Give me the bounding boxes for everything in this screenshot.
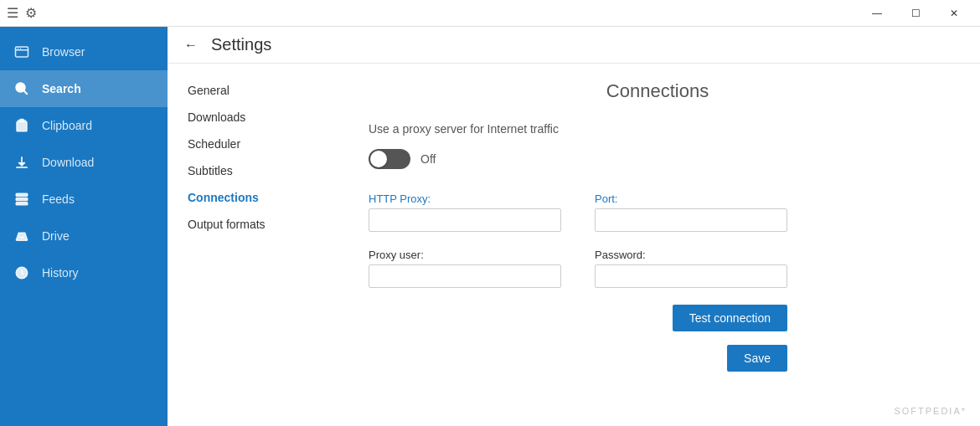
panel-title: Connections	[369, 80, 946, 102]
port-input[interactable]	[595, 208, 787, 232]
title-bar: ☰ ⚙ — ☐ ✕	[0, 0, 980, 27]
maximize-button[interactable]: ☐	[896, 0, 935, 27]
title-bar-left: ☰ ⚙	[7, 5, 37, 21]
sidebar-item-feeds-label: Feeds	[42, 192, 75, 206]
toggle-state-label: Off	[420, 152, 436, 166]
password-input[interactable]	[595, 264, 787, 288]
sidebar-item-download-label: Download	[42, 156, 94, 169]
settings-nav-subtitles[interactable]: Subtitles	[168, 157, 335, 184]
settings-nav-downloads[interactable]: Downloads	[168, 104, 335, 131]
proxy-form: HTTP Proxy: Port: Proxy user: Password:	[369, 192, 787, 288]
sidebar-item-download[interactable]: Download	[0, 144, 168, 181]
feeds-icon	[13, 191, 30, 208]
sidebar-item-search-label: Search	[42, 82, 81, 95]
test-connection-row: Test connection	[369, 305, 787, 331]
sidebar: Browser Search Clipboard Download Feeds	[0, 27, 168, 426]
save-row: Save	[369, 345, 787, 372]
clipboard-icon	[13, 117, 30, 134]
search-icon	[13, 80, 30, 97]
svg-point-4	[16, 83, 25, 92]
settings-header: ← Settings	[168, 27, 980, 64]
http-proxy-field: HTTP Proxy:	[369, 192, 561, 232]
minimize-button[interactable]: —	[858, 0, 896, 27]
sidebar-item-drive[interactable]: Drive	[0, 218, 168, 254]
svg-rect-0	[16, 47, 28, 57]
proxy-toggle[interactable]	[369, 149, 410, 169]
settings-nav: General Downloads Scheduler Subtitles Co…	[168, 64, 335, 426]
password-field: Password:	[595, 249, 787, 288]
save-button[interactable]: Save	[727, 345, 787, 372]
svg-point-2	[18, 48, 19, 49]
settings-nav-output-formats[interactable]: Output formats	[168, 211, 335, 238]
settings-title: Settings	[211, 35, 271, 54]
sidebar-item-feeds[interactable]: Feeds	[0, 181, 168, 218]
sidebar-item-browser-label: Browser	[42, 45, 85, 59]
port-field: Port:	[595, 192, 787, 232]
svg-rect-8	[16, 193, 28, 196]
settings-nav-general[interactable]: General	[168, 77, 335, 104]
hamburger-icon[interactable]: ☰	[7, 5, 18, 21]
settings-nav-connections[interactable]: Connections	[168, 184, 335, 211]
content-area: ← Settings General Downloads Scheduler S…	[168, 27, 980, 426]
close-button[interactable]: ✕	[935, 0, 973, 27]
http-proxy-input[interactable]	[369, 208, 561, 232]
drive-icon	[13, 228, 30, 244]
proxy-description: Use a proxy server for Internet traffic	[369, 122, 946, 136]
password-label: Password:	[595, 249, 787, 261]
proxy-user-input[interactable]	[369, 264, 561, 288]
download-icon	[13, 154, 30, 171]
sidebar-item-drive-label: Drive	[42, 229, 70, 243]
sidebar-item-search[interactable]: Search	[0, 70, 168, 107]
proxy-user-field: Proxy user:	[369, 249, 561, 288]
sidebar-item-clipboard-label: Clipboard	[42, 119, 92, 132]
browser-icon	[13, 44, 30, 60]
settings-body: General Downloads Scheduler Subtitles Co…	[168, 64, 980, 426]
test-connection-button[interactable]: Test connection	[673, 305, 787, 331]
settings-nav-scheduler[interactable]: Scheduler	[168, 131, 335, 157]
port-label: Port:	[595, 192, 787, 205]
proxy-toggle-row: Off	[369, 149, 946, 169]
app-body: Browser Search Clipboard Download Feeds	[0, 27, 980, 426]
history-icon	[13, 264, 30, 281]
settings-panel: Connections Use a proxy server for Inter…	[335, 64, 980, 426]
svg-point-3	[20, 48, 22, 49]
gear-icon[interactable]: ⚙	[25, 5, 37, 21]
http-proxy-label: HTTP Proxy:	[369, 192, 561, 205]
svg-rect-10	[16, 203, 28, 205]
sidebar-item-browser[interactable]: Browser	[0, 33, 168, 70]
back-button[interactable]: ←	[184, 38, 198, 53]
sidebar-item-history[interactable]: History	[0, 254, 168, 291]
watermark: SOFTPEDIA*	[894, 406, 967, 416]
toggle-thumb	[370, 151, 387, 167]
sidebar-item-clipboard[interactable]: Clipboard	[0, 107, 168, 144]
svg-rect-9	[16, 198, 28, 201]
title-bar-controls: — ☐ ✕	[858, 0, 973, 27]
svg-line-5	[23, 90, 28, 95]
sidebar-item-history-label: History	[42, 266, 79, 280]
toggle-track	[369, 149, 410, 169]
proxy-user-label: Proxy user:	[369, 249, 561, 261]
